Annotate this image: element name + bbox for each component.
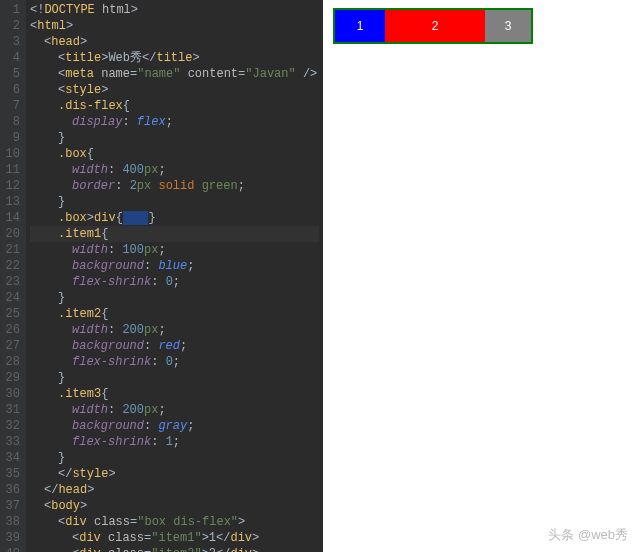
- line-number: 26: [4, 322, 20, 338]
- code-line[interactable]: background: blue;: [30, 258, 319, 274]
- code-line[interactable]: <div class="item2">2</div>: [30, 546, 319, 552]
- code-editor[interactable]: 1234567891011121314202122232425262728293…: [0, 0, 323, 552]
- code-line[interactable]: <!DOCTYPE html>: [30, 2, 319, 18]
- code-line[interactable]: <html>: [30, 18, 319, 34]
- line-number: 1: [4, 2, 20, 18]
- line-number: 35: [4, 466, 20, 482]
- line-number: 10: [4, 146, 20, 162]
- code-line[interactable]: <meta name="name" content="Javan" />: [30, 66, 319, 82]
- line-number: 36: [4, 482, 20, 498]
- line-number: 6: [4, 82, 20, 98]
- line-number: 2: [4, 18, 20, 34]
- flex-item-3: 3: [485, 10, 531, 42]
- code-line[interactable]: .item3{: [30, 386, 319, 402]
- flex-box-container: 1 2 3: [333, 8, 533, 44]
- line-number: 40: [4, 546, 20, 552]
- line-number: 29: [4, 370, 20, 386]
- code-line[interactable]: <div class="item1">1</div>: [30, 530, 319, 546]
- line-number: 20: [4, 226, 20, 242]
- line-number: 9: [4, 130, 20, 146]
- code-line[interactable]: width: 200px;: [30, 402, 319, 418]
- line-number: 28: [4, 354, 20, 370]
- line-number: 32: [4, 418, 20, 434]
- code-line[interactable]: }: [30, 130, 319, 146]
- line-number: 14: [4, 210, 20, 226]
- code-line[interactable]: .dis-flex{: [30, 98, 319, 114]
- line-number: 8: [4, 114, 20, 130]
- line-number: 25: [4, 306, 20, 322]
- line-number: 23: [4, 274, 20, 290]
- code-line[interactable]: <title>Web秀</title>: [30, 50, 319, 66]
- code-line[interactable]: .item1{: [30, 226, 319, 242]
- line-number: 5: [4, 66, 20, 82]
- flex-item-1: 1: [335, 10, 385, 42]
- code-line[interactable]: .item2{: [30, 306, 319, 322]
- line-number: 4: [4, 50, 20, 66]
- code-line[interactable]: border: 2px solid green;: [30, 178, 319, 194]
- line-number: 39: [4, 530, 20, 546]
- code-line[interactable]: .box{: [30, 146, 319, 162]
- line-number: 24: [4, 290, 20, 306]
- code-line[interactable]: width: 400px;: [30, 162, 319, 178]
- code-line[interactable]: display: flex;: [30, 114, 319, 130]
- line-number: 11: [4, 162, 20, 178]
- code-line[interactable]: flex-shrink: 0;: [30, 274, 319, 290]
- line-number: 27: [4, 338, 20, 354]
- flex-item-2: 2: [385, 10, 485, 42]
- code-line[interactable]: }: [30, 370, 319, 386]
- watermark-text: 头条 @web秀: [548, 526, 628, 544]
- code-line[interactable]: .box>div{ }: [30, 210, 319, 226]
- line-number: 12: [4, 178, 20, 194]
- code-line[interactable]: }: [30, 450, 319, 466]
- code-line[interactable]: background: gray;: [30, 418, 319, 434]
- code-line[interactable]: </style>: [30, 466, 319, 482]
- line-number: 31: [4, 402, 20, 418]
- line-number: 13: [4, 194, 20, 210]
- line-number: 21: [4, 242, 20, 258]
- code-line[interactable]: }: [30, 194, 319, 210]
- code-line[interactable]: width: 200px;: [30, 322, 319, 338]
- line-number: 7: [4, 98, 20, 114]
- code-line[interactable]: <div class="box dis-flex">: [30, 514, 319, 530]
- line-number: 33: [4, 434, 20, 450]
- line-number: 34: [4, 450, 20, 466]
- line-gutter: 1234567891011121314202122232425262728293…: [0, 0, 26, 552]
- code-line[interactable]: background: red;: [30, 338, 319, 354]
- code-line[interactable]: <style>: [30, 82, 319, 98]
- line-number: 37: [4, 498, 20, 514]
- line-number: 30: [4, 386, 20, 402]
- code-line[interactable]: width: 100px;: [30, 242, 319, 258]
- code-area[interactable]: <!DOCTYPE html><html><head><title>Web秀</…: [26, 0, 323, 552]
- line-number: 22: [4, 258, 20, 274]
- line-number: 38: [4, 514, 20, 530]
- code-line[interactable]: flex-shrink: 1;: [30, 434, 319, 450]
- line-number: 3: [4, 34, 20, 50]
- code-line[interactable]: <body>: [30, 498, 319, 514]
- code-line[interactable]: <head>: [30, 34, 319, 50]
- preview-pane: 1 2 3 头条 @web秀: [323, 0, 640, 552]
- code-line[interactable]: </head>: [30, 482, 319, 498]
- code-line[interactable]: }: [30, 290, 319, 306]
- code-line[interactable]: flex-shrink: 0;: [30, 354, 319, 370]
